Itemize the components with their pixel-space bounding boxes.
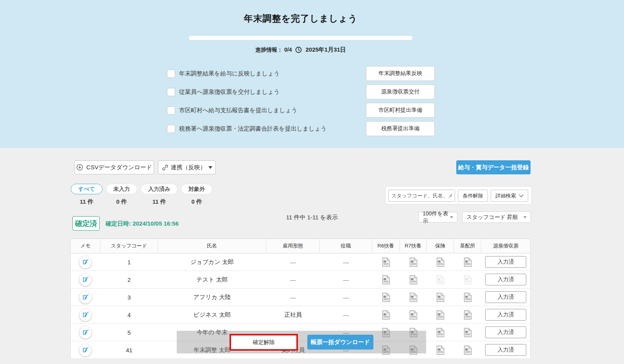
per-page-value: 100件を表示 [423,210,450,224]
csv-download-button[interactable]: CSVデータダウンロード [74,160,154,174]
unlock-confirmation-button[interactable]: 確定解除 [231,335,296,349]
r6-dependents-doc-icon[interactable] [382,275,390,285]
memo-edit-icon[interactable] [79,344,91,356]
sort-select[interactable]: スタッフコード 昇順 [462,212,531,223]
basic-spouse-doc-icon[interactable] [464,328,472,337]
task-row: 従業員へ源泉徴収票を交付しましょう 源泉徴収票交付 [167,84,435,99]
r6-dependents-doc-icon[interactable] [382,310,390,320]
header-withholding-slip: 源泉徴収票 [481,239,530,253]
task-checkbox[interactable] [167,70,175,78]
search-input[interactable] [388,190,455,202]
basic-spouse-doc-icon[interactable] [464,275,472,285]
position-cell: — [320,259,372,265]
issue-withholding-slip-button[interactable]: 源泉徴収票交付 [366,84,435,99]
header-insurance: 保険 [427,239,454,253]
tab-not-entered-count: 0 件 [116,198,127,206]
memo-edit-icon[interactable] [79,309,91,321]
r7-dependents-doc-icon[interactable] [409,292,418,302]
insurance-doc-icon[interactable] [436,328,445,337]
link-icon [162,164,169,171]
bulk-register-button[interactable]: 給与・賞与データ一括登録 [456,160,531,174]
tax-office-submission-button[interactable]: 税務署提出準備 [366,121,435,136]
staff-code-cell: 41 [100,347,158,353]
withholding-slip-status-button[interactable]: 入力済 [485,344,526,356]
withholding-slip-status-button[interactable]: 入力済 [485,291,526,303]
tab-all[interactable]: すべて [71,184,102,194]
task-checkbox[interactable] [167,106,175,115]
clear-conditions-button[interactable]: 条件解除 [458,190,488,202]
basic-spouse-doc-icon[interactable] [464,292,472,302]
memo-edit-icon[interactable] [79,326,91,339]
header-name: 氏名 [158,239,267,253]
task-checkbox[interactable] [167,88,175,96]
table-row: 3 アフリカ 大陸 — — 入力済 [71,289,530,306]
search-panel: 条件解除 詳細検索 [385,186,532,204]
tab-not-entered[interactable]: 未入力 [106,184,137,194]
memo-edit-icon[interactable] [79,291,91,303]
task-row: 年末調整結果を給与に反映しましょう 年末調整結果反映 [167,66,435,81]
withholding-slip-status-button[interactable]: 入力済 [485,274,526,285]
clock-icon [295,47,302,53]
staff-code-cell: 2 [100,276,158,283]
filter-tabs: すべて 11 件 未入力 0 件 入力済み 11 件 対象外 0 件 [71,184,212,206]
link-reflect-button[interactable]: 連携（反映） [158,160,216,174]
header-staff-code: スタッフコード [100,239,158,253]
r7-dependents-doc-icon[interactable] [409,275,418,285]
r6-dependents-doc-icon[interactable] [382,257,390,267]
sort-value: スタッフコード 昇順 [466,214,518,221]
basic-spouse-doc-icon[interactable] [464,345,472,355]
staff-name-cell: ジョブカン 太郎 [158,258,267,266]
task-label: 年末調整結果を給与に反映しましょう [179,70,280,77]
year-end-hero-section: 年末調整を完了しましょう 進捗情報： 0/4 2025年1月31日 年末調整結果… [0,0,624,148]
tab-entered[interactable]: 入力済み [141,184,178,194]
staff-code-cell: 3 [100,294,158,301]
staff-code-cell: 5 [100,329,158,336]
progress-label: 進捗情報： 0/4 [255,47,292,54]
employment-cell: — [266,259,320,265]
employment-cell: — [266,276,320,283]
bulk-report-download-button[interactable]: 帳票一括ダウンロード [307,335,373,350]
csv-download-label: CSVデータダウンロード [86,164,152,171]
insurance-doc-icon[interactable] [436,345,445,355]
position-cell: — [320,276,372,283]
staff-code-cell: 1 [100,259,158,265]
chevron-down-icon [519,194,524,197]
task-row: 税務署へ源泉徴収票・法定調書合計表を提出しましょう 税務署提出準備 [167,121,435,136]
insurance-doc-icon[interactable] [436,310,445,320]
insurance-doc-icon[interactable] [436,292,445,302]
r7-dependents-doc-icon[interactable] [409,310,418,320]
memo-edit-icon[interactable] [79,256,91,268]
task-label: 市区町村へ給与支払報告書を提出しましょう [179,107,297,114]
download-icon [76,164,83,171]
per-page-select[interactable]: 100件を表示 [418,212,457,222]
basic-spouse-doc-icon[interactable] [464,310,472,320]
tab-excluded-count: 0 件 [192,198,203,206]
reflect-results-button[interactable]: 年末調整結果反映 [366,66,435,81]
insurance-doc-icon[interactable] [436,275,445,285]
chevron-down-icon [450,216,453,219]
municipality-submission-button[interactable]: 市区町村提出準備 [366,103,435,118]
header-position: 役職 [320,239,372,253]
memo-edit-icon[interactable] [79,274,91,286]
header-basic-spouse: 基配所 [454,239,481,253]
insurance-doc-icon[interactable] [436,257,445,267]
basic-spouse-doc-icon[interactable] [464,257,472,267]
r6-dependents-doc-icon[interactable] [382,292,390,302]
advanced-search-button[interactable]: 詳細検索 [491,190,528,202]
header-employment: 雇用形態 [266,239,320,253]
header-r7-dependents: R7扶養 [400,239,427,253]
task-checkbox[interactable] [167,125,175,133]
task-label: 従業員へ源泉徴収票を交付しましょう [179,88,280,96]
withholding-slip-status-button[interactable]: 入力済 [485,326,526,338]
tab-excluded[interactable]: 対象外 [181,184,212,194]
table-row: 1 ジョブカン 太郎 — — 入力済 [71,253,530,271]
link-reflect-label: 連携（反映） [171,164,206,171]
r7-dependents-doc-icon[interactable] [409,257,418,267]
table-header: メモ スタッフコード 氏名 雇用形態 役職 R6扶養 R7扶養 保険 基配所 源… [71,238,530,253]
withholding-slip-status-button[interactable]: 入力済 [485,256,526,268]
task-label: 税務署へ源泉徴収票・法定調書合計表を提出しましょう [179,125,326,133]
page-title: 年末調整を完了しましょう [167,13,435,25]
chevron-down-icon [208,166,212,169]
withholding-slip-status-button[interactable]: 入力済 [485,309,526,321]
advanced-search-label: 詳細検索 [496,192,516,199]
